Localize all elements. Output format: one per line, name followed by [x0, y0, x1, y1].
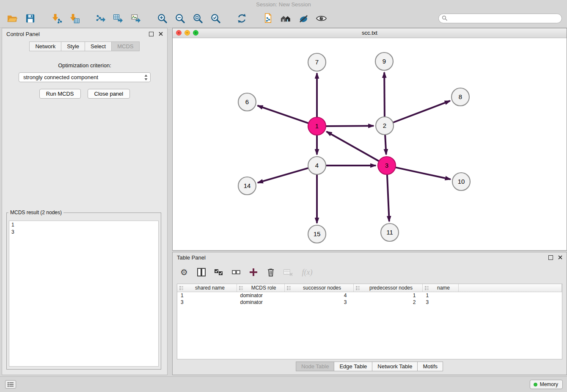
table-settings-button[interactable]: ⚙: [179, 267, 190, 278]
run-mcds-button[interactable]: Run MCDS: [39, 89, 81, 99]
zoom-fit-button[interactable]: [190, 11, 205, 26]
minimize-window-button[interactable]: [184, 30, 190, 36]
export-image-icon: [130, 13, 142, 24]
refresh-layout-button[interactable]: [234, 11, 249, 26]
graph-edge-4-14[interactable]: [258, 168, 308, 183]
graph-node-3[interactable]: 3: [378, 157, 396, 174]
graph-node-2[interactable]: 2: [376, 117, 394, 135]
delete-column-button[interactable]: [265, 267, 276, 278]
table-cell[interactable]: 3: [285, 299, 354, 306]
memory-button[interactable]: Memory: [530, 380, 563, 389]
column-icon: [355, 286, 360, 290]
column-header-shared-name[interactable]: shared name: [177, 284, 237, 292]
graph-edge-3-11[interactable]: [387, 174, 389, 221]
tab-select[interactable]: Select: [85, 41, 112, 51]
graph-edge-1-2[interactable]: [326, 126, 374, 126]
graph-edge-2-3[interactable]: [385, 135, 386, 155]
zoom-selected-button[interactable]: [208, 11, 223, 26]
close-panel-button[interactable]: Close panel: [88, 89, 130, 99]
graph-node-1[interactable]: 1: [308, 117, 326, 135]
table-row[interactable]: 3dominator323: [177, 299, 562, 306]
search-input[interactable]: [438, 14, 562, 23]
graph-node-15[interactable]: 15: [308, 225, 326, 243]
import-table-icon: [69, 13, 80, 24]
zoom-out-button[interactable]: [173, 11, 187, 26]
export-table-button[interactable]: [111, 11, 125, 26]
add-column-button[interactable]: [248, 267, 259, 278]
share-document-button[interactable]: [261, 11, 275, 26]
select-all-rows-button[interactable]: [213, 267, 224, 278]
node-label: 7: [315, 58, 319, 66]
clear-selection-button[interactable]: [231, 267, 242, 278]
first-neighbors-button[interactable]: [278, 11, 293, 26]
maximize-window-button[interactable]: [193, 30, 198, 36]
tab-network-table[interactable]: Network Table: [372, 362, 418, 371]
show-columns-button[interactable]: [196, 267, 207, 278]
table-row[interactable]: 1dominator411: [177, 292, 562, 299]
optimization-select[interactable]: strongly connected component: [19, 72, 151, 82]
node-label: 15: [314, 230, 321, 237]
table-cell[interactable]: 1: [177, 292, 237, 299]
float-table-panel-icon[interactable]: [548, 255, 553, 260]
graph-edge-3-10[interactable]: [396, 167, 451, 179]
tab-edge-table[interactable]: Edge Table: [334, 362, 372, 371]
table-cell[interactable]: 3: [423, 299, 459, 306]
close-window-button[interactable]: [176, 30, 182, 36]
node-label: 10: [458, 178, 465, 185]
table-cell[interactable]: 2: [354, 299, 423, 306]
node-label: 3: [385, 162, 388, 169]
graph-node-14[interactable]: 14: [238, 177, 256, 195]
column-header-name[interactable]: name: [423, 284, 459, 292]
plus-icon: [248, 267, 259, 277]
graph-node-9[interactable]: 9: [375, 52, 393, 70]
network-canvas[interactable]: 7968124314101511: [173, 38, 567, 250]
graph-node-6[interactable]: 6: [238, 93, 256, 111]
show-graphics-details-button[interactable]: [314, 11, 328, 26]
file-group: [5, 11, 37, 26]
table-cell[interactable]: 1: [423, 292, 459, 299]
export-network-button[interactable]: [93, 11, 107, 26]
zoom-in-button[interactable]: [155, 11, 169, 26]
task-history-button[interactable]: [5, 380, 16, 389]
mcds-result-box: MCDS result (2 nodes) 1 3: [6, 210, 161, 370]
function-builder-button[interactable]: f(x): [300, 267, 314, 278]
tab-style[interactable]: Style: [61, 41, 85, 51]
table-cell[interactable]: dominator: [237, 299, 285, 306]
close-panel-icon[interactable]: [159, 32, 163, 36]
table-cell[interactable]: 3: [177, 299, 237, 306]
export-image-button[interactable]: [129, 11, 143, 26]
import-table-button[interactable]: [67, 11, 81, 26]
annotations-button[interactable]: [296, 11, 311, 26]
delete-table-button[interactable]: [283, 267, 294, 278]
close-table-panel-icon[interactable]: [558, 255, 562, 259]
graph-edge-2-8[interactable]: [393, 101, 450, 122]
graph-node-7[interactable]: 7: [308, 53, 326, 71]
graph-node-10[interactable]: 10: [452, 173, 470, 190]
save-session-button[interactable]: [23, 11, 37, 26]
graph-edge-3-1[interactable]: [327, 132, 379, 161]
graph-node-4[interactable]: 4: [308, 157, 326, 174]
import-network-button[interactable]: [49, 11, 63, 26]
table-cell[interactable]: 1: [354, 292, 423, 299]
graph-node-8[interactable]: 8: [451, 88, 469, 106]
graph-node-11[interactable]: 11: [381, 224, 399, 241]
column-header-successor-nodes[interactable]: successor nodes: [285, 284, 354, 292]
column-header-MCDS-role[interactable]: MCDS role: [237, 284, 285, 292]
tab-mcds[interactable]: MCDS: [111, 41, 139, 51]
network-graph: 7968124314101511: [173, 38, 567, 250]
tab-motifs[interactable]: Motifs: [417, 362, 443, 371]
columns-icon: [196, 267, 206, 277]
column-icon: [179, 286, 184, 290]
graph-edge-2-9[interactable]: [384, 72, 385, 117]
float-panel-icon[interactable]: [149, 32, 154, 36]
mcds-result-text[interactable]: 1 3: [9, 221, 159, 367]
column-header-predecessor-nodes[interactable]: predecessor nodes: [354, 284, 423, 292]
graph-edge-1-6[interactable]: [258, 106, 309, 124]
table-cell[interactable]: dominator: [237, 292, 285, 299]
tab-network[interactable]: Network: [29, 41, 61, 51]
table-cell[interactable]: 4: [285, 292, 354, 299]
tab-node-table[interactable]: Node Table: [296, 362, 335, 371]
list-icon: [7, 382, 14, 387]
open-file-button[interactable]: [5, 11, 19, 26]
status-bar: Memory: [0, 376, 567, 392]
